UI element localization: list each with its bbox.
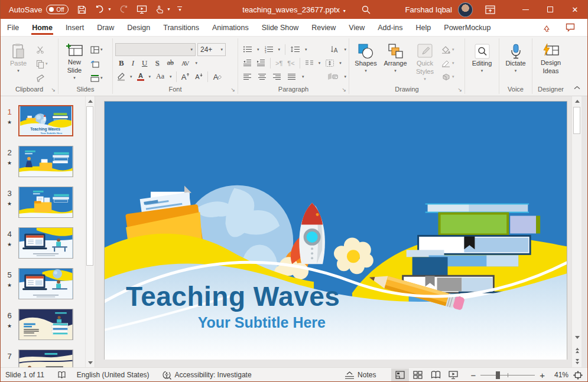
tab-review[interactable]: Review [305, 20, 342, 35]
shape-fill-icon[interactable]: ▾ [440, 44, 456, 55]
shapes-button[interactable]: Shapes▾ [352, 40, 380, 84]
decrease-indent-icon[interactable] [243, 60, 252, 67]
document-title[interactable]: teaching_waves_23677.pptx [242, 5, 340, 14]
tab-transitions[interactable]: Transitions [157, 20, 206, 35]
qat-more-icon[interactable]: ▾ [177, 6, 182, 12]
zoom-out-button[interactable]: − [470, 371, 476, 380]
columns-icon[interactable] [305, 60, 314, 66]
justify-icon[interactable] [287, 73, 296, 80]
normal-view-button[interactable] [391, 368, 409, 382]
strikethrough-button[interactable]: ab [166, 58, 175, 67]
font-name-select[interactable]: ▾ [115, 43, 196, 56]
minimize-button[interactable] [513, 0, 538, 19]
paste-button[interactable]: Paste▾ [3, 40, 34, 84]
share-icon[interactable] [538, 21, 555, 34]
tab-insert[interactable]: Insert [59, 20, 90, 35]
tab-help[interactable]: Help [410, 20, 438, 35]
underline-button[interactable]: U [141, 58, 148, 68]
slide-thumbnail-3[interactable] [18, 187, 73, 218]
columns-dropdown-icon[interactable]: ▾ [319, 61, 321, 66]
zoom-in-button[interactable]: + [540, 371, 545, 380]
save-icon[interactable] [77, 5, 87, 15]
thumb-scrollbar-handle[interactable] [86, 106, 93, 266]
tab-animations[interactable]: Animations [206, 20, 255, 35]
shape-outline-icon[interactable]: ▾ [440, 57, 456, 69]
editing-button[interactable]: Editing▾ [467, 40, 496, 84]
touch-mode-icon[interactable] [155, 5, 164, 14]
section-icon[interactable]: ▾ [89, 72, 104, 84]
redo-button[interactable] [118, 5, 129, 14]
next-slide-icon[interactable] [572, 357, 582, 366]
thumbnail-scrollbar[interactable] [85, 96, 94, 367]
text-direction-dropdown-icon[interactable]: ▾ [344, 47, 346, 52]
tab-powermockup[interactable]: PowerMockup [437, 20, 497, 35]
copy-icon[interactable]: ▾ [35, 58, 49, 70]
character-spacing-dropdown-icon[interactable]: ▾ [195, 61, 197, 66]
align-text-dropdown-icon[interactable]: ▾ [339, 61, 342, 66]
grow-font-icon[interactable]: A [181, 73, 190, 81]
slide-thumbnail-4[interactable] [18, 227, 73, 259]
slide-sorter-view-button[interactable] [409, 368, 427, 382]
smartart-dropdown-icon[interactable]: ▾ [344, 74, 346, 79]
smartart-icon[interactable] [327, 73, 338, 80]
align-right-icon[interactable] [272, 73, 281, 80]
slide-thumbnail-2[interactable] [18, 146, 73, 177]
slide-thumbnail-7[interactable] [18, 350, 73, 367]
thumb-scroll-down-icon[interactable] [86, 358, 95, 367]
maximize-button[interactable] [538, 0, 563, 19]
format-painter-icon[interactable] [35, 72, 49, 84]
shrink-font-icon[interactable]: A [194, 73, 203, 81]
clear-formatting-icon[interactable]: A [212, 73, 222, 81]
align-center-icon[interactable] [258, 73, 267, 80]
tab-home[interactable]: Home [25, 20, 59, 35]
bullets-icon[interactable] [243, 45, 252, 53]
undo-dropdown-icon[interactable]: ▾ [108, 7, 111, 12]
slide-layout-icon[interactable]: ▾ [89, 44, 104, 55]
font-size-select[interactable]: 24+▾ [197, 43, 226, 56]
increase-indent-icon[interactable] [256, 60, 265, 67]
cut-icon[interactable] [35, 44, 49, 55]
align-text-icon[interactable] [325, 59, 334, 67]
drawing-dialog-launcher-icon[interactable]: ↘ [457, 87, 462, 93]
change-case-dropdown-icon[interactable]: ▾ [170, 74, 172, 79]
line-spacing-dropdown-icon[interactable]: ▾ [305, 47, 307, 52]
zoom-level[interactable]: 41% [550, 371, 568, 379]
tab-design[interactable]: Design [121, 20, 157, 35]
character-spacing-button[interactable]: AV [180, 60, 190, 67]
highlight-dropdown-icon[interactable]: ▾ [130, 74, 132, 79]
align-left-icon[interactable] [243, 73, 252, 80]
new-slide-button[interactable]: New Slide▾ [61, 40, 88, 84]
previous-slide-icon[interactable] [572, 345, 582, 355]
font-color-dropdown-icon[interactable]: ▾ [149, 74, 151, 79]
highlight-color-icon[interactable] [116, 72, 126, 81]
shape-effects-icon[interactable]: ▾ [440, 71, 456, 83]
reset-slide-icon[interactable] [89, 58, 104, 70]
justify-dropdown-icon[interactable]: ▾ [302, 74, 304, 79]
tab-draw[interactable]: Draw [90, 20, 121, 35]
tab-view[interactable]: View [342, 20, 371, 35]
search-icon[interactable] [361, 5, 371, 15]
quick-styles-button[interactable]: Quick Styles▾ [411, 40, 439, 84]
scroll-down-icon[interactable] [572, 332, 582, 342]
notes-toggle[interactable]: Notes [345, 371, 376, 379]
design-ideas-button[interactable]: Design Ideas [535, 40, 567, 84]
collapse-ribbon-icon[interactable] [574, 81, 580, 92]
language-status[interactable]: English (United States) [77, 371, 150, 379]
account-button[interactable]: Farshad Iqbal [405, 2, 473, 17]
reading-view-button[interactable] [427, 368, 444, 382]
slide-thumbnail-1[interactable]: Teaching WavesYour Subtitle Here [18, 105, 73, 136]
tab-file[interactable]: File [1, 20, 25, 35]
clipboard-dialog-launcher-icon[interactable]: ↘ [51, 87, 56, 93]
slide-thumbnail-6[interactable] [18, 309, 73, 340]
undo-button[interactable] [95, 5, 105, 14]
ribbon-display-options-icon[interactable] [482, 0, 498, 19]
tab-addins[interactable]: Add-ins [371, 20, 409, 35]
scroll-up-icon[interactable] [572, 96, 582, 106]
rtl-direction-icon[interactable]: ¶< [287, 60, 294, 67]
slide-title-textbox[interactable]: Teaching Waves [126, 280, 327, 312]
zoom-slider-handle[interactable] [496, 371, 500, 379]
font-dialog-launcher-icon[interactable]: ↘ [230, 87, 235, 93]
comments-icon[interactable] [561, 21, 579, 34]
spellcheck-icon[interactable] [57, 371, 66, 380]
scrollbar-handle[interactable] [573, 107, 580, 134]
